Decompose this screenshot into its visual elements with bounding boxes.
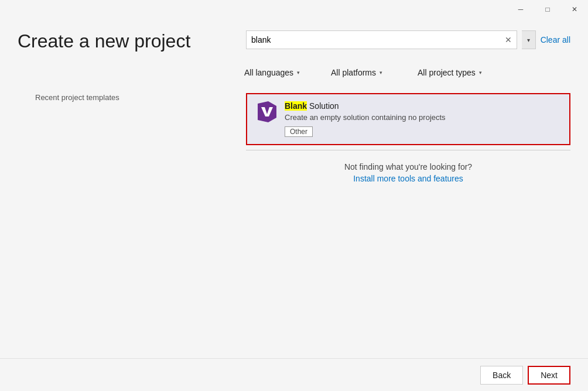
page-title: Create a new project — [18, 30, 234, 52]
search-clear-button[interactable]: ✕ — [505, 35, 512, 44]
recent-templates-label: Recent project templates — [18, 93, 234, 102]
clear-all-link[interactable]: Clear all — [541, 35, 570, 44]
recent-templates-panel: Recent project templates — [18, 93, 234, 183]
project-description: Create an empty solution containing no p… — [285, 113, 560, 122]
filters-spacer — [18, 65, 234, 80]
search-dropdown-button[interactable]: ▾ — [522, 30, 536, 49]
recent-section — [0, 80, 588, 87]
results-layout: Recent project templates — [18, 93, 570, 183]
svg-marker-1 — [258, 101, 276, 122]
search-box: ✕ — [246, 30, 517, 49]
search-area: ✕ ▾ Clear all — [246, 30, 570, 49]
filter-languages[interactable]: All languages ▾ — [239, 65, 321, 80]
minimize-button[interactable]: ─ — [507, 0, 534, 19]
project-name-suffix: Solution — [307, 101, 339, 111]
main-content: Create a new project ✕ ▾ Clear all All l… — [0, 19, 588, 391]
project-name: Blank Solution — [285, 101, 560, 111]
next-button[interactable]: Next — [528, 366, 570, 385]
back-button[interactable]: Back — [480, 366, 523, 385]
filter-languages-label: All languages — [244, 68, 293, 77]
project-card-blank-solution[interactable]: Blank Solution Create an empty solution … — [246, 93, 570, 145]
filter-platforms-arrow: ▾ — [380, 70, 382, 76]
filter-project-types[interactable]: All project types ▾ — [412, 65, 494, 80]
not-finding-text: Not finding what you're looking for? — [344, 162, 472, 172]
project-icon — [257, 101, 278, 122]
results-area: Recent project templates — [0, 87, 588, 391]
title-bar: ─ □ ✕ — [0, 0, 588, 19]
not-finding-section: Not finding what you're looking for? Ins… — [246, 162, 570, 183]
bottom-bar: Back Next — [0, 358, 588, 391]
project-name-highlight: Blank — [285, 101, 307, 111]
left-panel: Create a new project — [18, 30, 234, 52]
results-divider — [246, 150, 570, 150]
filter-platforms-label: All platforms — [331, 68, 376, 77]
filter-project-types-label: All project types — [418, 68, 476, 77]
search-row: ✕ ▾ Clear all — [246, 30, 570, 49]
filter-project-types-arrow: ▾ — [479, 70, 482, 76]
search-input[interactable] — [251, 35, 502, 44]
filter-languages-arrow: ▾ — [297, 70, 300, 76]
project-tag: Other — [285, 126, 313, 137]
top-section: Create a new project ✕ ▾ Clear all — [0, 19, 588, 58]
vs-logo-icon — [257, 101, 278, 122]
close-button[interactable]: ✕ — [561, 0, 588, 19]
install-tools-link[interactable]: Install more tools and features — [246, 174, 570, 183]
project-info: Blank Solution Create an empty solution … — [285, 101, 560, 137]
filters-row: All languages ▾ All platforms ▾ All proj… — [0, 65, 588, 80]
filter-platforms[interactable]: All platforms ▾ — [326, 65, 408, 80]
results-list: Blank Solution Create an empty solution … — [246, 93, 570, 183]
maximize-button[interactable]: □ — [534, 0, 561, 19]
